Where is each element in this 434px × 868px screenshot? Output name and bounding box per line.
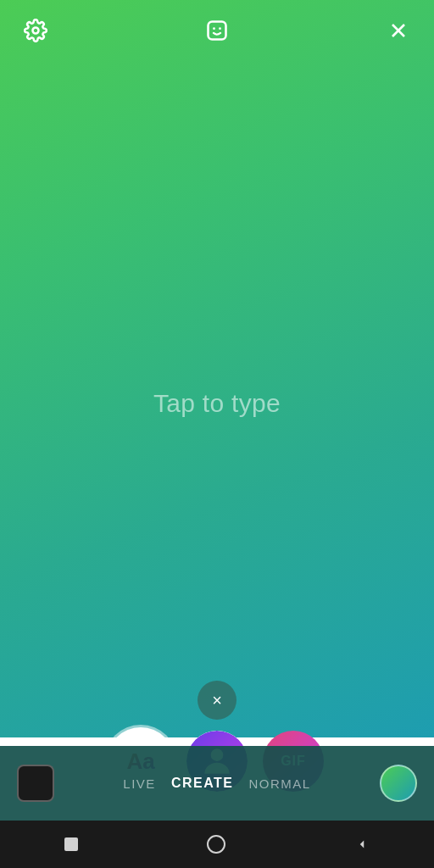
nav-stop-button[interactable] [64, 837, 78, 851]
svg-point-2 [213, 27, 215, 30]
nav-back-button[interactable] [354, 837, 370, 852]
svg-point-3 [219, 27, 221, 30]
mode-tab-live[interactable]: LIVE [123, 776, 156, 791]
stop-square-icon [64, 837, 78, 851]
svg-point-0 [33, 28, 39, 34]
close-button[interactable] [383, 15, 414, 46]
top-bar [0, 0, 434, 61]
nav-home-button[interactable] [207, 835, 225, 854]
color-swatch[interactable] [17, 765, 54, 802]
canvas-area[interactable]: Tap to type [0, 61, 434, 746]
sticker-face-icon[interactable] [202, 15, 232, 46]
home-circle-icon [207, 835, 225, 854]
mode-tab-normal[interactable]: NORMAL [248, 776, 310, 791]
svg-rect-1 [209, 22, 226, 40]
mode-tabs: LIVE CREATE NORMAL [123, 776, 310, 791]
mode-tab-create[interactable]: CREATE [171, 776, 234, 791]
dismiss-button[interactable]: × [198, 681, 236, 720]
bottom-bar: LIVE CREATE NORMAL [0, 746, 434, 821]
system-nav-bar [0, 821, 434, 868]
gradient-color-picker[interactable] [380, 765, 417, 802]
screen: Tap to type × Aa GIF LIVE CREATE NORMAL [0, 0, 434, 868]
settings-icon[interactable] [20, 15, 51, 46]
dismiss-icon: × [212, 691, 222, 710]
tap-to-type-placeholder: Tap to type [153, 389, 281, 418]
